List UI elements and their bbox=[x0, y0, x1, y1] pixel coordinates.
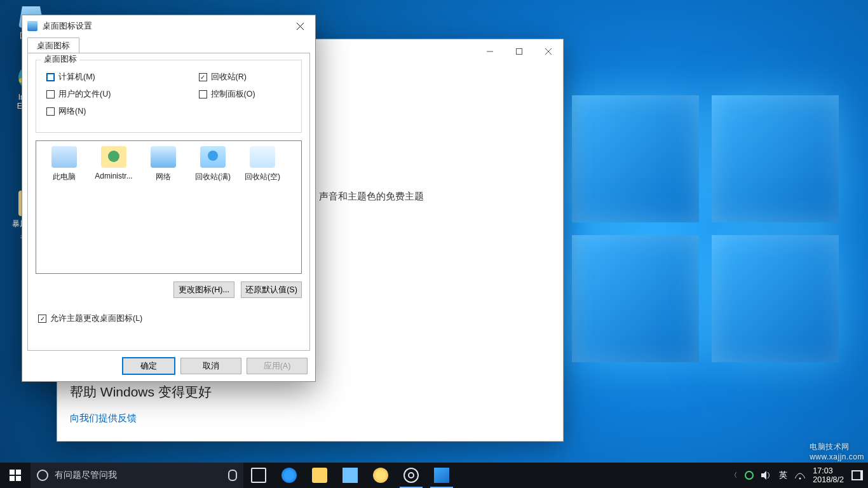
group-label: 桌面图标 bbox=[41, 54, 79, 65]
preview-administrator[interactable]: Administr... bbox=[90, 146, 138, 180]
preview-label: 网络 bbox=[156, 172, 171, 181]
svg-marker-7 bbox=[761, 471, 766, 480]
dialog-title: 桌面图标设置 bbox=[43, 21, 290, 32]
network-icon bbox=[151, 146, 176, 168]
paint-icon bbox=[373, 468, 388, 483]
checkbox-computer[interactable]: 计算机(M) bbox=[46, 72, 142, 83]
checkbox-allow-theme-change[interactable]: 允许主题更改桌面图标(L) bbox=[36, 313, 302, 324]
checkbox-box bbox=[46, 107, 55, 116]
svg-rect-1 bbox=[517, 49, 522, 55]
system-tray: 〈 英 17:03 2018/8/2 bbox=[726, 463, 868, 488]
svg-point-8 bbox=[799, 478, 801, 480]
checkbox-label: 用户的文件(U) bbox=[58, 89, 111, 100]
recycle-full-icon bbox=[200, 146, 226, 168]
taskview-button[interactable] bbox=[243, 463, 274, 488]
volume-icon[interactable] bbox=[761, 471, 771, 480]
store-icon bbox=[342, 468, 358, 483]
edge-button[interactable] bbox=[274, 463, 304, 488]
preview-label: 此电脑 bbox=[53, 172, 76, 181]
ok-button[interactable]: 确定 bbox=[122, 357, 175, 375]
cortana-search-box[interactable]: 有问题尽管问我 bbox=[31, 463, 243, 488]
maximize-icon bbox=[516, 48, 522, 55]
change-icon-button[interactable]: 更改图标(H)... bbox=[173, 281, 234, 298]
desktop: 回收站 Internet Explorer 暴风激活工具V17 在 Window… bbox=[0, 0, 868, 488]
edge-icon bbox=[281, 468, 297, 483]
settings-maximize-button[interactable] bbox=[505, 39, 534, 64]
clock-time: 17:03 bbox=[813, 466, 844, 475]
start-button[interactable] bbox=[0, 463, 31, 488]
link-feedback[interactable]: 向我们提供反馈 bbox=[70, 412, 550, 424]
wallpaper-windows-logo bbox=[572, 95, 851, 375]
taskview-icon bbox=[251, 468, 266, 483]
cortana-icon bbox=[37, 470, 48, 481]
dialog-title-icon bbox=[27, 21, 37, 31]
checkbox-box bbox=[199, 90, 207, 98]
cancel-button[interactable]: 取消 bbox=[180, 358, 241, 374]
checkbox-recycle-bin[interactable]: 回收站(R) bbox=[199, 72, 294, 83]
taskbar: 有问题尽管问我 〈 英 17:03 20 bbox=[0, 463, 868, 488]
clock-date: 2018/8/2 bbox=[813, 475, 844, 484]
search-placeholder-text: 有问题尽管问我 bbox=[55, 470, 117, 481]
dialog-tabstrip: 桌面图标 bbox=[22, 37, 315, 53]
watermark-text: 电脑技术网 www.xajjn.com bbox=[810, 442, 864, 461]
close-icon bbox=[545, 48, 552, 55]
preview-label: 回收站(满) bbox=[195, 172, 231, 181]
checkbox-box bbox=[46, 90, 55, 98]
minimize-icon bbox=[487, 48, 493, 55]
desktop-icon-settings-dialog: 桌面图标设置 桌面图标 桌面图标 计算机(M) 回收站(R) bbox=[22, 15, 316, 382]
preview-label: Administr... bbox=[95, 172, 132, 180]
settings-heading-feedback: 帮助 Windows 变得更好 bbox=[70, 383, 550, 401]
display-icon bbox=[434, 468, 449, 483]
checkbox-label: 计算机(M) bbox=[58, 72, 95, 83]
gear-icon bbox=[403, 468, 419, 483]
checkbox-box bbox=[46, 73, 55, 81]
checkbox-control-panel[interactable]: 控制面板(O) bbox=[199, 89, 294, 100]
taskbar-clock[interactable]: 17:03 2018/8/2 bbox=[813, 466, 844, 484]
icon-preview-list: 此电脑 Administr... 网络 回收站(满) 回收站(空) bbox=[36, 140, 302, 274]
tabpanel-desktop-icons: 桌面图标 计算机(M) 回收站(R) 用户的文件(U) bbox=[27, 53, 310, 351]
file-explorer-button[interactable] bbox=[304, 463, 335, 488]
security-icon[interactable] bbox=[745, 471, 754, 480]
control-panel-taskbar-button[interactable] bbox=[426, 463, 457, 488]
dialog-titlebar[interactable]: 桌面图标设置 bbox=[22, 15, 315, 37]
settings-minimize-button[interactable] bbox=[475, 39, 505, 64]
checkbox-label: 网络(N) bbox=[58, 106, 86, 117]
settings-close-button[interactable] bbox=[534, 39, 563, 64]
this-pc-icon bbox=[51, 146, 77, 168]
preview-recycle-full[interactable]: 回收站(满) bbox=[189, 146, 237, 182]
windows-icon bbox=[10, 470, 21, 481]
group-desktop-icons: 桌面图标 计算机(M) 回收站(R) 用户的文件(U) bbox=[36, 60, 302, 133]
checkbox-network[interactable]: 网络(N) bbox=[46, 106, 170, 117]
checkbox-box bbox=[199, 73, 207, 81]
preview-network[interactable]: 网络 bbox=[139, 146, 187, 182]
checkbox-label: 回收站(R) bbox=[211, 72, 247, 83]
dialog-footer: 确定 取消 应用(A) bbox=[22, 351, 315, 381]
folder-icon bbox=[312, 468, 327, 483]
preview-recycle-empty[interactable]: 回收站(空) bbox=[238, 146, 287, 182]
checkbox-box bbox=[38, 315, 46, 323]
settings-taskbar-button[interactable] bbox=[396, 463, 426, 488]
dialog-close-button[interactable] bbox=[290, 18, 310, 34]
restore-defaults-button[interactable]: 还原默认值(S) bbox=[241, 281, 302, 298]
tray-overflow-button[interactable]: 〈 bbox=[731, 471, 737, 480]
store-button[interactable] bbox=[335, 463, 365, 488]
checkbox-label: 控制面板(O) bbox=[211, 89, 255, 100]
svg-point-6 bbox=[745, 471, 753, 479]
user-folder-icon bbox=[101, 146, 126, 168]
close-icon bbox=[297, 23, 304, 30]
preview-label: 回收站(空) bbox=[245, 172, 280, 181]
preview-this-pc[interactable]: 此电脑 bbox=[40, 146, 88, 182]
taskbar-apps bbox=[243, 463, 457, 488]
mic-icon bbox=[228, 470, 237, 481]
apply-button[interactable]: 应用(A) bbox=[247, 358, 308, 374]
tab-desktop-icons[interactable]: 桌面图标 bbox=[27, 37, 79, 54]
checkbox-label: 允许主题更改桌面图标(L) bbox=[50, 313, 142, 324]
paint-button[interactable] bbox=[365, 463, 396, 488]
action-center-icon[interactable] bbox=[851, 470, 863, 480]
ime-indicator[interactable]: 英 bbox=[779, 470, 787, 481]
recycle-empty-icon bbox=[250, 146, 275, 168]
checkbox-user-files[interactable]: 用户的文件(U) bbox=[46, 89, 142, 100]
network-tray-icon[interactable] bbox=[795, 471, 805, 480]
